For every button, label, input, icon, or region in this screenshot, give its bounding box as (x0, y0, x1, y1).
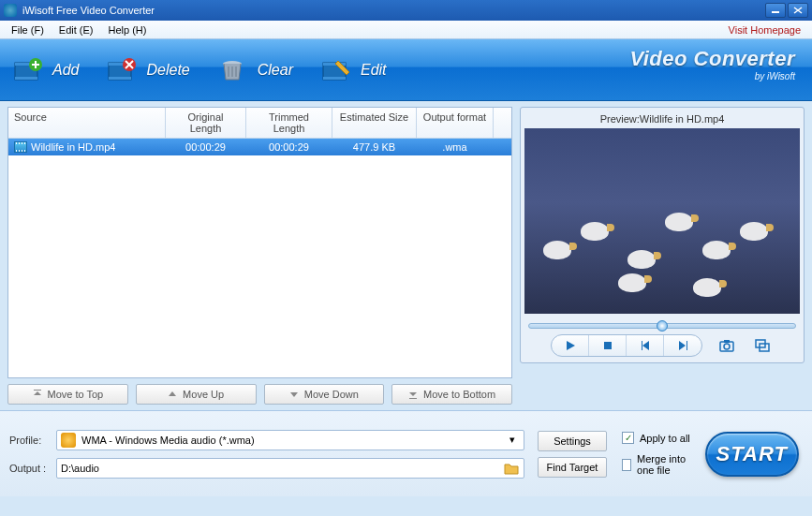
seek-slider[interactable] (528, 323, 796, 329)
cell-name: Wildlife in HD.mp4 (31, 141, 115, 153)
svg-rect-0 (772, 11, 779, 13)
clear-icon (218, 57, 250, 83)
move-bottom-button[interactable]: Move to Bottom (391, 384, 512, 405)
find-target-button[interactable]: Find Target (538, 457, 607, 478)
browse-button[interactable] (503, 461, 520, 476)
add-icon (13, 57, 45, 83)
checkbox-icon (622, 432, 634, 444)
app-logo-icon (4, 4, 17, 17)
window-title: iWisoft Free Video Converter (22, 5, 155, 16)
delete-button[interactable]: Delete (107, 57, 189, 83)
add-label: Add (52, 62, 79, 79)
stop-button[interactable] (589, 335, 627, 356)
col-source[interactable]: Source (8, 108, 166, 138)
cell-fmt: .wma (417, 140, 494, 154)
close-button[interactable] (788, 3, 808, 18)
delete-icon (107, 57, 139, 83)
table-row[interactable]: Wildlife in HD.mp4 00:00:29 00:00:29 477… (8, 139, 511, 155)
play-button[interactable] (552, 335, 589, 356)
preview-title: Preview:Wildlife in HD.mp4 (524, 111, 800, 128)
profile-combo[interactable]: WMA - Windows Media audio (*.wma) ▾ (56, 430, 524, 450)
brand-sub: by iWisoft (629, 71, 795, 81)
menubar: File (F) Edit (E) Help (H) Visit Homepag… (0, 21, 812, 39)
edit-icon (321, 57, 353, 83)
fullscreen-button[interactable] (751, 335, 774, 356)
menu-edit[interactable]: Edit (E) (52, 22, 101, 37)
output-value: D:\audio (61, 463, 503, 474)
checkbox-icon (622, 459, 631, 471)
cell-trim: 00:00:29 (246, 140, 332, 154)
video-preview[interactable] (524, 128, 800, 314)
move-up-button[interactable]: Move Up (136, 384, 257, 405)
cell-size: 477.9 KB (332, 140, 417, 154)
edit-label: Edit (361, 62, 387, 79)
visit-homepage-link[interactable]: Visit Homepage (721, 24, 808, 36)
svg-rect-13 (604, 342, 612, 349)
output-label: Output : (9, 463, 56, 474)
col-trim-length[interactable]: Trimmed Length (246, 108, 332, 138)
svg-rect-16 (724, 340, 730, 343)
prev-button[interactable] (627, 335, 664, 356)
seek-thumb[interactable] (657, 320, 668, 332)
cell-orig: 00:00:29 (166, 140, 246, 154)
clear-label: Clear (258, 62, 293, 79)
file-table: Source Original Length Trimmed Length Es… (7, 107, 512, 378)
snapshot-button[interactable] (716, 335, 738, 356)
profile-value: WMA - Windows Media audio (*.wma) (81, 435, 505, 446)
main-toolbar: Add Delete Clear Edit Video Converter by… (0, 39, 812, 101)
brand: Video Converter by iWisoft (629, 47, 795, 81)
preview-panel: Preview:Wildlife in HD.mp4 (520, 107, 805, 363)
edit-button[interactable]: Edit (321, 57, 387, 83)
merge-checkbox[interactable]: Merge into one file (622, 453, 700, 476)
col-est-size[interactable]: Estimated Size (332, 108, 417, 138)
profile-label: Profile: (9, 435, 56, 446)
film-icon (14, 141, 27, 153)
profile-format-icon (61, 433, 76, 448)
apply-all-checkbox[interactable]: Apply to all (622, 432, 700, 444)
output-input[interactable]: D:\audio (56, 458, 524, 479)
move-top-button[interactable]: Move to Top (7, 384, 128, 405)
titlebar: iWisoft Free Video Converter (0, 0, 812, 21)
menu-file[interactable]: File (F) (4, 22, 52, 37)
col-output-fmt[interactable]: Output format (417, 108, 494, 138)
next-button[interactable] (664, 335, 701, 356)
move-down-button[interactable]: Move Down (264, 384, 385, 405)
svg-rect-3 (15, 77, 37, 80)
add-button[interactable]: Add (13, 57, 79, 83)
brand-title: Video Converter (629, 47, 795, 71)
svg-rect-7 (109, 77, 131, 80)
chevron-down-icon[interactable]: ▾ (505, 434, 520, 446)
col-orig-length[interactable]: Original Length (166, 108, 246, 138)
svg-rect-12 (323, 77, 346, 80)
delete-label: Delete (146, 62, 189, 79)
start-button[interactable]: START (705, 432, 799, 477)
clear-button[interactable]: Clear (218, 57, 293, 83)
minimize-button[interactable] (765, 3, 786, 18)
bottom-bar: Profile: WMA - Windows Media audio (*.wm… (0, 410, 812, 496)
settings-button[interactable]: Settings (538, 431, 607, 451)
menu-help[interactable]: Help (H) (101, 22, 155, 37)
svg-point-15 (724, 344, 730, 349)
